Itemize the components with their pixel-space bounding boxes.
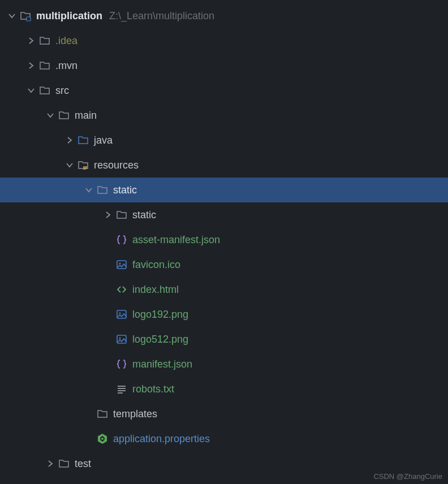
tree-row-resources[interactable]: resources [0,153,448,178]
tree-label: java [94,135,113,146]
chevron-down-icon [45,110,55,120]
image-icon [115,258,128,271]
html-icon [115,283,128,296]
tree-label: application.properties [113,433,210,445]
chevron-right-icon [26,36,36,46]
tree-label: resources [94,159,139,171]
project-folder-icon [19,10,32,22]
tree-label: logo192.png [132,309,188,321]
root-path: Z:\_Learn\multiplication [109,10,214,22]
tree-label: robots.txt [132,383,174,395]
text-icon [115,383,128,395]
tree-row-file[interactable]: application.properties [0,426,448,451]
tree-row-file[interactable]: logo512.png [0,327,448,352]
root-label: multiplication [36,10,102,22]
tree-row-file[interactable]: favicon.ico [0,252,448,277]
folder-icon [58,457,70,470]
tree-label: index.html [132,284,179,296]
tree-label: favicon.ico [132,259,180,271]
tree-row-static-selected[interactable]: static [0,178,448,202]
folder-icon [38,84,51,97]
tree-row-file[interactable]: logo192.png [0,302,448,327]
tree-label: src [55,85,69,97]
chevron-right-icon [64,135,75,145]
image-icon [115,308,128,321]
chevron-down-icon [7,11,17,21]
folder-icon [96,184,109,196]
tree-label: main [75,110,97,122]
tree-row-mvn[interactable]: .mvn [0,53,448,78]
folder-blue-icon [77,134,89,146]
tree-row-file[interactable]: asset-manifest.json [0,227,448,252]
tree-row-java[interactable]: java [0,128,448,153]
tree-row-file[interactable]: robots.txt [0,377,448,401]
chevron-right-icon [103,210,113,220]
tree-label: .idea [55,35,77,47]
tree-row-templates[interactable]: templates [0,401,448,426]
chevron-right-icon [26,60,36,71]
chevron-down-icon [26,85,36,96]
tree-label: manifest.json [132,358,192,370]
spring-icon [96,433,109,445]
tree-row-static-inner[interactable]: static [0,202,448,227]
tree-label: test [75,458,91,470]
folder-icon [38,34,51,47]
chevron-down-icon [84,185,94,195]
tree-row-idea[interactable]: .idea [0,28,448,53]
tree-row-file[interactable]: index.html [0,277,448,302]
tree-row-root[interactable]: multiplication Z:\_Learn\multiplication [0,3,448,28]
tree-label: static [113,184,137,196]
chevron-down-icon [64,160,75,170]
folder-icon [115,209,128,221]
tree-row-file[interactable]: manifest.json [0,352,448,377]
tree-label: static [132,209,156,221]
project-tree: multiplication Z:\_Learn\multiplication … [0,0,448,476]
tree-label: logo512.png [132,334,188,345]
tree-label: templates [113,408,157,420]
json-icon [115,358,128,370]
image-icon [115,333,128,345]
folder-icon [38,59,51,72]
chevron-right-icon [45,459,55,469]
json-icon [115,234,128,246]
tree-label: .mvn [55,60,77,72]
tree-label: asset-manifest.json [132,234,220,246]
watermark: CSDN @ZhangCurie [373,472,442,481]
folder-icon [96,408,109,420]
folder-icon [58,109,70,122]
resources-folder-icon [77,159,89,171]
tree-row-main[interactable]: main [0,103,448,128]
tree-row-src[interactable]: src [0,78,448,103]
